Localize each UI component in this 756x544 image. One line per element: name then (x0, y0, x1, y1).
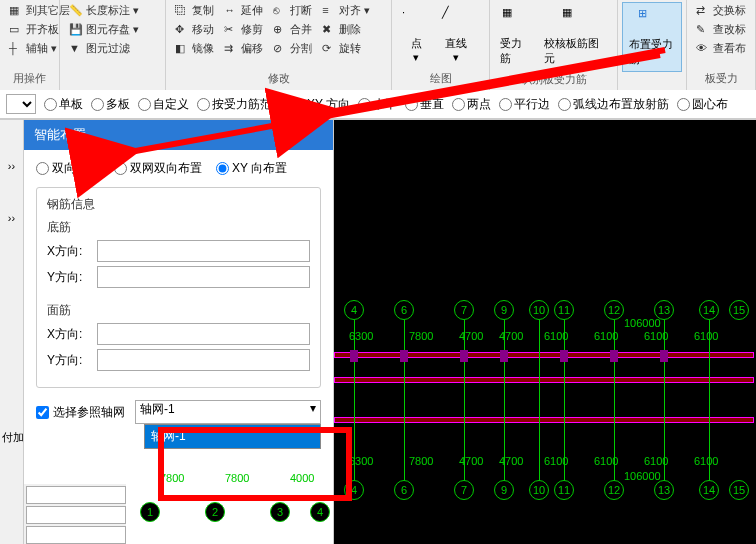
radio-parallel[interactable]: 平行边 (499, 96, 550, 113)
group-recognize-label: 识别板受力筋 (494, 70, 613, 89)
axis-icon: ┼ (9, 42, 23, 56)
ref-grid-option-1[interactable]: 轴网-1 (145, 425, 320, 448)
mirror-button[interactable]: ◧镜像 (173, 40, 216, 57)
radio-arc-radial[interactable]: 弧线边布置放射筋 (558, 96, 669, 113)
radio-xy-layout[interactable]: XY 向布置 (216, 160, 287, 177)
radio-custom[interactable]: 自定义 (138, 96, 189, 113)
break-button[interactable]: ⎋打断 (271, 2, 314, 19)
rotate-icon: ⟳ (322, 42, 336, 56)
bottom-y-input[interactable] (97, 266, 310, 288)
dimension: 6100 (594, 455, 618, 467)
layer-save-button[interactable]: 💾图元存盘▾ (67, 21, 141, 38)
axis-bubble: 10 (529, 480, 549, 500)
copy-icon: ⿻ (175, 4, 189, 18)
dimension: 6100 (644, 455, 668, 467)
ref-grid-dropdown: 轴网-1 (144, 424, 321, 449)
trim-icon: ✂ (224, 23, 238, 37)
merge-button[interactable]: ⊕合并 (271, 21, 314, 38)
point-tool[interactable]: ·点▾ (396, 2, 436, 69)
delete-icon: ✖ (322, 23, 336, 37)
mirror-icon: ◧ (175, 42, 189, 56)
delete-button[interactable]: ✖删除 (320, 21, 372, 38)
layer-filter-button[interactable]: ▼图元过滤 (67, 40, 141, 57)
bottom-input-1[interactable] (26, 486, 126, 504)
line-icon: ╱ (442, 6, 470, 34)
align-button[interactable]: ≡对齐▾ (320, 2, 372, 19)
view-layout-button[interactable]: 👁查看布 (694, 40, 748, 57)
swap-label-button[interactable]: ⇄交换标 (694, 2, 748, 19)
merge-icon: ⊕ (273, 23, 287, 37)
offset-icon: ⇉ (224, 42, 238, 56)
chevron-down-icon: ▾ (310, 401, 316, 415)
chevron-down-icon: ▾ (453, 51, 459, 64)
ref-grid-select[interactable]: 轴网-1▾ (135, 400, 321, 424)
dimension: 6300 (349, 455, 373, 467)
dimension-total: 106000 (624, 317, 661, 329)
axis-bubble: 14 (699, 480, 719, 500)
top-y-input[interactable] (97, 349, 310, 371)
length-dim-button[interactable]: 📏长度标注▾ (67, 2, 141, 19)
dimension: 7800 (409, 455, 433, 467)
radio-by-rebar-range[interactable]: 按受力筋范围 (197, 96, 284, 113)
axis-bubble: 13 (654, 480, 674, 500)
radio-horizontal[interactable]: 水平 (358, 96, 397, 113)
layout-rebar-button[interactable]: ⊞ 布置受力筋 (622, 2, 682, 72)
dimension: 6100 (694, 455, 718, 467)
bottom-x-input[interactable] (97, 240, 310, 262)
recognize-sub2[interactable]: ▦校核板筋图元 (538, 2, 613, 70)
dimension: 7800 (409, 330, 433, 342)
axis-bubble: 15 (729, 480, 749, 500)
bottom-bar-label: 底筋 (47, 219, 310, 236)
side-expand-icon[interactable]: ›› (8, 160, 15, 172)
y-dir-label-2: Y方向: (47, 352, 91, 369)
radio-multi-board[interactable]: 多板 (91, 96, 130, 113)
top-bar-label: 面筋 (47, 302, 310, 319)
bottom-input-2[interactable] (26, 506, 126, 524)
check-icon: ▦ (562, 6, 590, 34)
radio-single-board[interactable]: 单板 (44, 96, 83, 113)
view-icon: 👁 (696, 42, 710, 56)
dimension: 7800 (225, 472, 249, 484)
mode-dropdown[interactable] (6, 94, 36, 114)
edit-icon: ✎ (696, 23, 710, 37)
point-icon: · (402, 6, 430, 34)
side-expand-icon-2[interactable]: ›› (8, 212, 15, 224)
radio-vertical[interactable]: 垂直 (405, 96, 444, 113)
axis-bubble: 6 (394, 300, 414, 320)
move-button[interactable]: ✥移动 (173, 21, 216, 38)
radio-center[interactable]: 圆心布 (677, 96, 728, 113)
x-dir-label-1: X方向: (47, 243, 91, 260)
axis-bubble: 12 (604, 300, 624, 320)
axis-bubble: 11 (554, 480, 574, 500)
chevron-down-icon: ▾ (133, 23, 139, 36)
ref-grid-checkbox[interactable]: 选择参照轴网 (36, 404, 125, 421)
rotate-button[interactable]: ⟳旋转 (320, 40, 372, 57)
drawing-canvas[interactable]: 4 6 7 9 10 11 12 13 14 15 6300 7800 4700… (334, 120, 756, 544)
view-edit-button[interactable]: ✎查改标 (694, 21, 748, 38)
axis-bubble: 6 (394, 480, 414, 500)
trim-button[interactable]: ✂修剪 (222, 21, 265, 38)
extend-button[interactable]: ↔延伸 (222, 2, 265, 19)
radio-two-points[interactable]: 两点 (452, 96, 491, 113)
dimension: 6100 (544, 455, 568, 467)
break-icon: ⎋ (273, 4, 287, 18)
recognize-sub1[interactable]: ▦受力筋 (494, 2, 538, 70)
axis-bubble: 4 (344, 300, 364, 320)
dimension: 7800 (160, 472, 184, 484)
axis-bubble: 7 (454, 300, 474, 320)
dimension: 4000 (290, 472, 314, 484)
chevron-down-icon: ▾ (364, 4, 370, 17)
top-x-input[interactable] (97, 323, 310, 345)
x-dir-label-2: X方向: (47, 326, 91, 343)
copy-button[interactable]: ⿻复制 (173, 2, 216, 19)
line-tool[interactable]: ╱直线▾ (436, 2, 476, 69)
radio-xy-direction[interactable]: XY 方向 (292, 96, 350, 113)
dimension: 4700 (499, 455, 523, 467)
split-button[interactable]: ⊘分割 (271, 40, 314, 57)
side-add-label[interactable]: 付加 (2, 430, 24, 445)
dimension: 6100 (694, 330, 718, 342)
radio-dual-net[interactable]: 双网双向布置 (114, 160, 202, 177)
offset-button[interactable]: ⇉偏移 (222, 40, 265, 57)
radio-bidirectional[interactable]: 双向布置 (36, 160, 100, 177)
bottom-input-3[interactable] (26, 526, 126, 544)
